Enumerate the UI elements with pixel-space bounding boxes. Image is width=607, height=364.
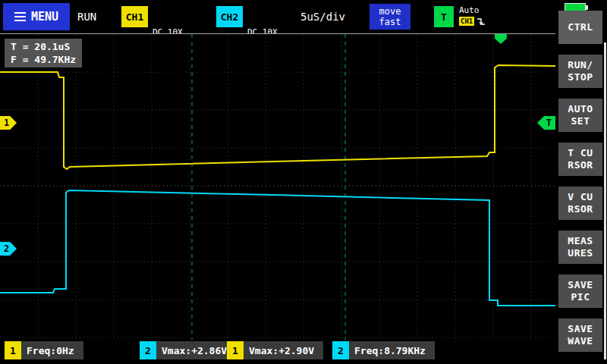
info-frequency: F = 49.7KHz xyxy=(11,53,76,66)
oscilloscope-screen: MENU RUN CH1 DC 10X 2V/div CH2 DC 10X 2V… xyxy=(0,0,607,364)
move-mode-button[interactable]: move fast xyxy=(370,4,410,30)
sidebar-button-save-pic[interactable]: SAVEPIC xyxy=(558,275,602,308)
info-period: T = 20.1uS xyxy=(11,40,76,53)
sidebar-button-ctrl[interactable]: CTRL xyxy=(558,11,602,44)
measurement-1: 2Vmax:+2.86V xyxy=(140,341,236,359)
measurement-channel-badge: 2 xyxy=(140,341,156,359)
measurement-value: Freq:0Hz xyxy=(27,345,74,356)
trigger-mode: Auto xyxy=(459,5,486,15)
trace-ch2[interactable] xyxy=(0,190,555,306)
waveform-canvas[interactable] xyxy=(0,34,555,340)
measurement-value: Vmax:+2.86V xyxy=(162,345,227,356)
measurement-value: Vmax:+2.90V xyxy=(249,345,314,356)
sidebar-button-v-cursor[interactable]: V CURSOR xyxy=(558,187,602,220)
measurement-3: 2Freq:8.79KHz xyxy=(332,341,435,359)
falling-edge-icon xyxy=(476,17,486,26)
measurement-value: Freq:8.79KHz xyxy=(354,345,426,356)
menu-label: MENU xyxy=(31,10,58,24)
timebase[interactable]: 5uS/div xyxy=(300,0,345,33)
top-bar: MENU RUN CH1 DC 10X 2V/div CH2 DC 10X 2V… xyxy=(0,0,607,33)
measurement-bar: 1Freq:0Hz2Vmax:+2.86V1Vmax:+2.90V2Freq:8… xyxy=(0,340,557,364)
hamburger-icon xyxy=(14,12,26,21)
run-status: RUN xyxy=(77,0,96,33)
sidebar: CTRLRUN/STOPAUTOSETT CURSORV CURSORMEASU… xyxy=(558,11,602,352)
measurement-channel-badge: 1 xyxy=(5,341,21,359)
sidebar-button-measures[interactable]: MEASURES xyxy=(558,231,602,264)
sidebar-button-save-wave[interactable]: SAVEWAVE xyxy=(558,318,602,352)
sidebar-button-run-stop[interactable]: RUN/STOP xyxy=(558,55,602,88)
trigger-badge[interactable]: T xyxy=(434,6,454,27)
right-edge-divider xyxy=(604,42,606,359)
measurement-2: 1Vmax:+2.90V xyxy=(227,341,323,359)
measurement-channel-badge: 1 xyxy=(227,341,244,359)
move-mode-line1: move xyxy=(379,6,401,17)
menu-button[interactable]: MENU xyxy=(3,3,70,30)
waveform-display[interactable]: T = 20.1uS F = 49.7KHz 1 2 T xyxy=(0,33,555,340)
ch2-badge[interactable]: CH2 xyxy=(216,6,243,27)
trigger-settings[interactable]: Auto CH1 xyxy=(459,5,486,26)
measurement-channel-badge: 2 xyxy=(332,341,349,359)
sidebar-button-auto-set[interactable]: AUTOSET xyxy=(558,99,602,132)
measurement-0: 1Freq:0Hz xyxy=(5,341,83,359)
trace-ch1[interactable] xyxy=(0,65,555,169)
trigger-source-badge: CH1 xyxy=(459,17,474,26)
measurement-info-box: T = 20.1uS F = 49.7KHz xyxy=(5,39,82,67)
move-mode-line2: fast xyxy=(379,17,401,27)
sidebar-button-t-cursor[interactable]: T CURSOR xyxy=(558,143,602,176)
ch1-badge[interactable]: CH1 xyxy=(121,6,148,27)
